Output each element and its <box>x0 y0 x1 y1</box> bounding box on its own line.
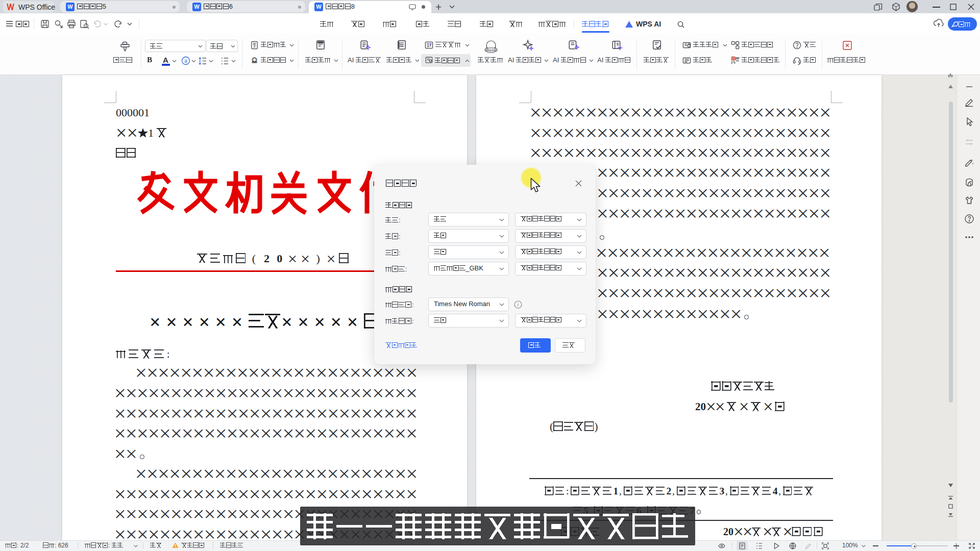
svg-text:Ω: Ω <box>252 56 257 64</box>
svg-text:Beta: Beta <box>487 48 495 53</box>
svg-text:#: # <box>254 45 256 48</box>
svg-text:a: a <box>184 58 187 64</box>
